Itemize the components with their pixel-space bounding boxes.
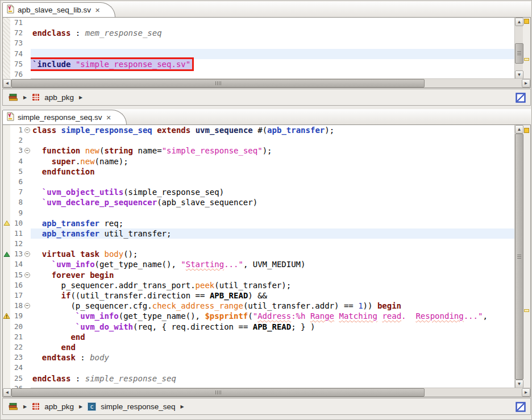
scrollbar-track[interactable] — [515, 134, 523, 380]
fold-collapse-icon[interactable]: − — [24, 272, 30, 278]
code-line[interactable]: `uvm_do_with(req, { req.direction == APB… — [31, 322, 514, 332]
line-number[interactable]: 23 — [10, 352, 24, 363]
code-line[interactable]: `uvm_declare_p_sequencer(apb_slave_seque… — [31, 197, 514, 207]
line-number[interactable]: 74 — [10, 49, 24, 59]
scrollbar-thumb[interactable] — [11, 79, 425, 88]
code-line[interactable] — [31, 69, 514, 79]
code-line[interactable] — [31, 363, 514, 373]
line-number[interactable]: 25 — [10, 373, 24, 384]
code-line[interactable]: `uvm_info(get_type_name(), $psprintf("Ad… — [31, 311, 514, 321]
code-line[interactable]: (p_sequencer.cfg.check_address_range(uti… — [31, 301, 514, 311]
code-line[interactable]: apb_transfer req; — [31, 218, 514, 228]
code-line[interactable]: endfunction — [31, 167, 514, 177]
line-number[interactable]: 24 — [10, 363, 24, 373]
code-line[interactable]: endclass : mem_response_seq — [31, 28, 514, 38]
warning-overview-marker[interactable] — [524, 58, 529, 61]
line-number[interactable]: 22 — [10, 342, 24, 352]
fold-collapse-icon[interactable]: − — [24, 303, 30, 309]
line-number[interactable]: 6 — [10, 177, 24, 187]
line-number[interactable]: 4 — [10, 156, 24, 167]
code-line[interactable]: endclass : simple_response_seq — [31, 373, 514, 384]
scrollbar-track[interactable] — [515, 26, 523, 70]
breadcrumb-item-library[interactable] — [6, 402, 20, 411]
scroll-right-icon[interactable]: ► — [522, 79, 530, 88]
code-line[interactable]: `include "simple_response_seq.sv" — [31, 59, 514, 69]
chevron-right-icon[interactable]: ▶ — [23, 95, 27, 100]
maximize-editor-icon[interactable] — [516, 402, 526, 412]
line-number[interactable]: 73 — [10, 38, 24, 48]
warning-overview-marker[interactable] — [524, 309, 529, 312]
scrollbar-track[interactable] — [11, 79, 522, 88]
scrollbar-thumb[interactable] — [11, 388, 425, 397]
line-number[interactable]: 11 — [10, 228, 24, 239]
scroll-left-icon[interactable]: ◄ — [3, 79, 11, 88]
close-icon[interactable]: ✕ — [106, 114, 111, 122]
fold-collapse-icon[interactable]: − — [24, 148, 30, 153]
code-line[interactable] — [31, 18, 514, 28]
warning-overview-marker[interactable] — [524, 19, 529, 24]
scroll-right-icon[interactable]: ► — [522, 388, 530, 397]
code-editor[interactable]: class simple_response_seq extends uvm_se… — [31, 125, 514, 388]
code-line[interactable]: if((util_transfer.direction == APB_READ)… — [31, 290, 514, 301]
code-editor[interactable]: endclass : mem_response_seq`include "sim… — [31, 18, 514, 79]
line-number[interactable]: 76 — [10, 69, 24, 79]
code-line[interactable]: end — [31, 332, 514, 342]
scroll-down-icon[interactable]: ▼ — [515, 70, 523, 79]
chevron-right-icon[interactable]: ▶ — [180, 404, 184, 409]
line-number[interactable]: 19 — [10, 311, 24, 321]
warning-overview-marker[interactable] — [524, 128, 529, 133]
chevron-right-icon[interactable]: ▶ — [79, 95, 82, 100]
line-number[interactable]: 10 — [10, 218, 24, 228]
tab-apb-slave-seq-lib[interactable]: apb_slave_seq_lib.sv ✕ — [2, 2, 115, 17]
overview-ruler[interactable] — [523, 18, 530, 79]
breadcrumb-item-simple_response_seq[interactable]: csimple_response_seq — [85, 402, 177, 411]
line-number[interactable]: 3 — [10, 145, 24, 156]
scrollbar-track[interactable] — [11, 388, 522, 397]
code-line[interactable]: virtual task body(); — [31, 249, 514, 259]
line-number[interactable]: 75 — [10, 59, 24, 69]
code-line[interactable]: forever begin — [31, 270, 514, 280]
scroll-left-icon[interactable]: ◄ — [3, 388, 11, 397]
line-number[interactable]: 20 — [10, 322, 24, 332]
overview-ruler[interactable] — [523, 125, 530, 388]
code-line[interactable]: `uvm_object_utils(simple_response_seq) — [31, 187, 514, 197]
line-number[interactable]: 15 — [10, 270, 24, 280]
breadcrumb-item-apb_pkg[interactable]: apb_pkg — [30, 93, 76, 102]
line-number[interactable]: 7 — [10, 187, 24, 197]
code-line[interactable]: class simple_response_seq extends uvm_se… — [31, 125, 514, 135]
scrollbar-thumb[interactable] — [515, 43, 523, 63]
code-line[interactable]: end — [31, 342, 514, 352]
line-number[interactable]: 26 — [10, 384, 24, 388]
line-number[interactable]: 12 — [10, 239, 24, 249]
line-number[interactable]: 72 — [10, 28, 24, 38]
vertical-scrollbar[interactable]: ▲ ▼ — [514, 125, 523, 388]
code-line[interactable] — [31, 208, 514, 218]
line-number-gutter[interactable]: 717273747576 — [3, 18, 31, 79]
line-number[interactable]: 8 — [10, 197, 24, 207]
breadcrumb-item-library[interactable] — [6, 93, 20, 102]
close-icon[interactable]: ✕ — [95, 7, 100, 14]
breadcrumb-item-apb_pkg[interactable]: apb_pkg — [30, 402, 76, 411]
code-line[interactable]: `uvm_info(get_type_name(), "Starting..."… — [31, 259, 514, 269]
code-line[interactable] — [31, 38, 514, 48]
fold-collapse-icon[interactable]: − — [24, 127, 30, 133]
line-number[interactable]: 9 — [10, 208, 24, 218]
line-number[interactable]: 5 — [10, 167, 24, 177]
code-line[interactable] — [31, 177, 514, 187]
line-number[interactable]: 2 — [10, 135, 24, 145]
scroll-up-icon[interactable]: ▲ — [515, 18, 523, 26]
line-number[interactable]: 18 — [10, 301, 24, 311]
line-number[interactable]: 14 — [10, 259, 24, 269]
code-line[interactable] — [31, 135, 514, 145]
chevron-right-icon[interactable]: ▶ — [79, 404, 82, 409]
line-number-gutter[interactable]: 1−23−45678910111213−1415−161718−19202122… — [3, 125, 31, 388]
line-number[interactable]: 17 — [10, 290, 24, 301]
code-line[interactable]: function new(string name="simple_respons… — [31, 145, 514, 156]
code-line[interactable] — [31, 239, 514, 249]
scroll-down-icon[interactable]: ▼ — [515, 380, 523, 388]
code-line[interactable] — [31, 49, 514, 59]
horizontal-scrollbar[interactable]: ◄ ► — [3, 388, 530, 397]
tab-simple-response-seq[interactable]: simple_response_seq.sv ✕ — [2, 110, 127, 124]
chevron-right-icon[interactable]: ▶ — [23, 404, 27, 409]
code-line[interactable]: p_sequencer.addr_trans_port.peek(util_tr… — [31, 280, 514, 290]
